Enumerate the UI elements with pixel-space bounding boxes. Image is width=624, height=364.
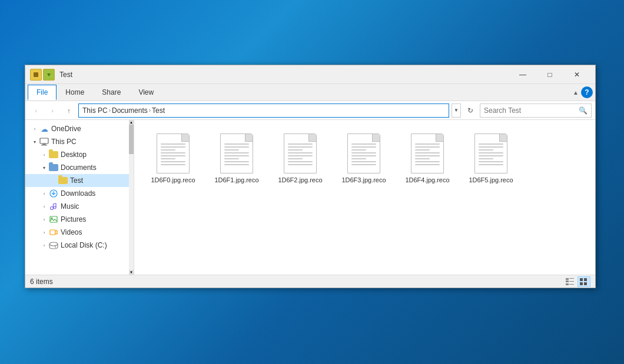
title-bar: Test — □ ✕ (25, 65, 595, 84)
documents-label: Documents (61, 163, 97, 172)
quick-access-btn-1[interactable] (30, 69, 42, 81)
main-area: › ☁ OneDrive ▾ This PC › (25, 120, 595, 275)
minimize-button[interactable]: — (509, 65, 536, 84)
tab-file[interactable]: File (28, 85, 57, 100)
path-sep-1: › (109, 107, 111, 113)
file-item-2[interactable]: 1D6F2.jpg.reco (271, 129, 330, 188)
file-icon-2 (284, 133, 317, 173)
file-item-4[interactable]: 1D6F4.jpg.reco (398, 129, 457, 188)
close-button[interactable]: ✕ (563, 65, 590, 84)
search-input[interactable] (484, 106, 576, 115)
file-item-1[interactable]: 1D6F1.jpg.reco (207, 129, 266, 188)
svg-point-12 (49, 242, 58, 246)
file-icon-1 (220, 133, 253, 173)
path-thispc[interactable]: This PC (82, 106, 108, 115)
status-bar: 6 items (25, 275, 595, 288)
thispc-label: This PC (51, 138, 77, 146)
ribbon-tabs: File Home Share View ▲ ? (25, 84, 595, 101)
music-label: Music (61, 202, 79, 211)
sidebar-item-thispc[interactable]: ▾ This PC (25, 135, 134, 148)
search-box: 🔍 (480, 103, 592, 118)
file-area: 1D6F0.jpg.reco 1D6F1.jpg.reco (134, 120, 595, 275)
back-button[interactable]: ‹ (29, 103, 43, 118)
icon-view-button[interactable] (577, 276, 590, 287)
sidebar-item-desktop[interactable]: › Desktop (25, 148, 134, 161)
svg-point-8 (54, 206, 56, 209)
file-name-3: 1D6F3.jpg.reco (341, 176, 386, 184)
help-button[interactable]: ? (581, 86, 593, 98)
svg-point-13 (55, 246, 56, 248)
expand-downloads: › (39, 187, 49, 200)
file-icon-3 (347, 133, 380, 173)
maximize-button[interactable]: □ (536, 65, 563, 84)
desktop-label: Desktop (61, 151, 87, 159)
file-icon-5 (474, 133, 507, 173)
svg-rect-22 (580, 282, 583, 285)
svg-rect-2 (40, 138, 48, 143)
svg-rect-17 (569, 281, 574, 282)
sidebar-item-music[interactable]: › Music (25, 200, 134, 213)
ribbon-collapse-icon[interactable]: ▲ (570, 87, 581, 98)
sidebar-item-documents[interactable]: ▾ Documents (25, 161, 134, 174)
expand-onedrive: › (30, 122, 39, 135)
quick-access-btn-2[interactable] (43, 69, 55, 81)
view-buttons (563, 276, 590, 287)
path-test[interactable]: Test (152, 106, 165, 115)
downloads-icon (49, 189, 58, 198)
sidebar: › ☁ OneDrive ▾ This PC › (25, 120, 134, 275)
scrollbar-thumb[interactable] (129, 125, 134, 154)
tab-home[interactable]: Home (57, 85, 93, 100)
expand-thispc: ▾ (30, 135, 39, 148)
expand-videos: › (39, 226, 49, 239)
videos-label: Videos (61, 228, 82, 236)
address-path[interactable]: This PC › Documents › Test (78, 103, 449, 118)
file-icon-0 (157, 133, 190, 173)
expand-test (49, 174, 58, 187)
window-title: Test (59, 71, 509, 79)
search-icon[interactable]: 🔍 (579, 106, 588, 115)
onedrive-label: OneDrive (51, 125, 81, 133)
scrollbar-down[interactable]: ▼ (129, 270, 134, 275)
svg-point-7 (51, 207, 54, 210)
file-name-2: 1D6F2.jpg.reco (278, 176, 322, 184)
desktop-icon (49, 150, 58, 159)
svg-rect-20 (580, 278, 583, 281)
sidebar-item-onedrive[interactable]: › ☁ OneDrive (25, 122, 134, 135)
test-folder-icon (58, 176, 68, 185)
address-dropdown[interactable]: ▼ (452, 103, 461, 118)
forward-button[interactable]: › (45, 103, 59, 118)
sidebar-item-pictures[interactable]: › Pictures (25, 213, 134, 226)
sidebar-item-test[interactable]: Test (25, 174, 134, 187)
svg-rect-11 (50, 230, 55, 235)
path-documents[interactable]: Documents (112, 106, 148, 115)
onedrive-icon: ☁ (39, 124, 49, 133)
expand-music: › (39, 200, 49, 213)
sidebar-item-videos[interactable]: › Videos (25, 226, 134, 239)
documents-icon (49, 163, 58, 172)
tab-share[interactable]: Share (93, 85, 130, 100)
refresh-button[interactable]: ↻ (463, 103, 477, 118)
localdisk-label: Local Disk (C:) (61, 241, 107, 249)
file-name-4: 1D6F4.jpg.reco (405, 176, 449, 184)
test-label: Test (70, 176, 83, 185)
svg-rect-4 (41, 145, 47, 146)
svg-rect-14 (566, 278, 569, 280)
svg-rect-3 (42, 143, 46, 145)
expand-localdisk: › (39, 239, 49, 252)
sidebar-item-downloads[interactable]: › Downloads (25, 187, 134, 200)
file-item-0[interactable]: 1D6F0.jpg.reco (144, 129, 203, 188)
pictures-icon (49, 215, 58, 224)
scrollbar-up[interactable]: ▲ (129, 120, 134, 125)
up-button[interactable]: ↑ (62, 103, 76, 118)
file-item-3[interactable]: 1D6F3.jpg.reco (334, 129, 393, 188)
svg-rect-19 (569, 284, 574, 285)
file-item-5[interactable]: 1D6F5.jpg.reco (462, 129, 520, 188)
sidebar-scroll-area: › ☁ OneDrive ▾ This PC › (25, 120, 134, 254)
file-name-1: 1D6F1.jpg.reco (214, 176, 258, 184)
list-view-button[interactable] (563, 276, 576, 287)
svg-rect-15 (569, 278, 574, 279)
expand-pictures: › (39, 213, 49, 226)
sidebar-item-localdisk[interactable]: › Local Disk (C:) (25, 239, 134, 252)
tab-view[interactable]: View (130, 85, 162, 100)
expand-documents: ▾ (39, 161, 49, 174)
